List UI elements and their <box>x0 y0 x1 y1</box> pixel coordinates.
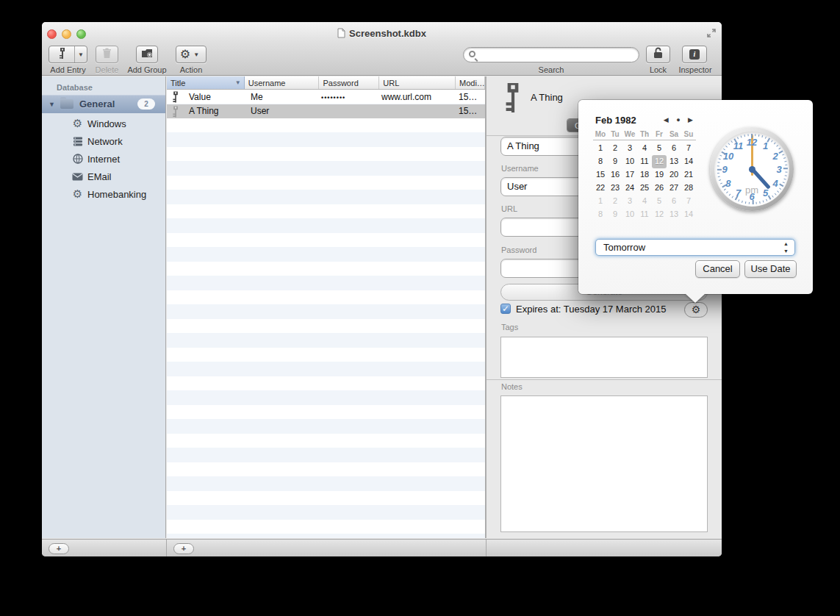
disclosure-triangle-icon[interactable]: ▼ <box>49 101 55 108</box>
calendar-day[interactable]: 9 <box>608 208 622 221</box>
calendar-day[interactable]: 13 <box>667 155 681 168</box>
calendar-day[interactable]: 24 <box>622 182 637 195</box>
window-title: Screenshot.kdbx <box>42 28 722 40</box>
url-label: URL <box>501 204 517 213</box>
calendar-day-selected[interactable]: 12 <box>652 155 667 168</box>
calendar-day[interactable]: 20 <box>667 168 681 182</box>
expire-preset-select[interactable]: Tomorrow ▲▼ <box>595 239 795 256</box>
cell-modified: 15… <box>459 92 477 102</box>
calendar-day[interactable]: 13 <box>667 208 681 221</box>
sidebar-item-label: Homebanking <box>87 189 146 200</box>
calendar-day[interactable]: 2 <box>608 142 622 155</box>
calendar-day[interactable]: 10 <box>622 155 637 168</box>
add-entry-button[interactable]: ▼ <box>49 46 87 63</box>
calendar-day[interactable]: 15 <box>593 168 608 182</box>
calendar-day[interactable]: 8 <box>593 155 608 168</box>
column-header-label: Password <box>323 79 358 87</box>
lock-button[interactable] <box>646 46 670 63</box>
globe-icon <box>72 154 83 165</box>
column-header-label: Title <box>170 79 185 87</box>
calendar-day[interactable]: 21 <box>681 168 696 182</box>
minute-tick <box>772 196 773 198</box>
calendar-day[interactable]: 1 <box>593 195 608 208</box>
calendar-day[interactable]: 3 <box>622 195 637 208</box>
minute-tick <box>771 140 772 142</box>
calendar-day[interactable]: 11 <box>637 155 652 168</box>
calendar-day[interactable]: 12 <box>652 208 667 221</box>
tags-input[interactable] <box>500 337 708 378</box>
calendar-day[interactable]: 27 <box>667 182 681 195</box>
calendar-day[interactable]: 4 <box>637 142 652 155</box>
sidebar-item-homebanking[interactable]: ⚙Homebanking <box>42 185 165 203</box>
calendar-day[interactable]: 28 <box>681 182 696 195</box>
calendar-day[interactable]: 9 <box>608 155 622 168</box>
table-row[interactable]: ValueMe••••••••www.url.com15… <box>167 90 485 104</box>
sidebar-item-windows[interactable]: ⚙Windows <box>42 115 165 132</box>
sidebar-item-email[interactable]: EMail <box>42 168 165 185</box>
clock-numeral: 9 <box>722 164 727 175</box>
calendar-day[interactable]: 16 <box>608 168 622 182</box>
sidebar-group-general[interactable]: ▼ General 2 <box>42 95 165 113</box>
calendar-day[interactable]: 25 <box>637 182 652 195</box>
calendar-day[interactable]: 18 <box>637 168 652 182</box>
calendar-day[interactable]: 7 <box>681 142 696 155</box>
search-input[interactable] <box>463 47 639 62</box>
cell-title: Value <box>189 92 211 102</box>
expires-checkbox[interactable]: ✓ <box>500 304 511 314</box>
use-date-button[interactable]: Use Date <box>744 260 797 278</box>
column-header-modi[interactable]: Modi… <box>456 76 485 89</box>
column-header-url[interactable]: URL <box>379 76 456 89</box>
add-group-footer-button[interactable]: + <box>49 543 69 554</box>
calendar-day[interactable]: 5 <box>652 142 667 155</box>
add-entry-footer-button[interactable]: + <box>173 543 194 554</box>
hour-tick <box>768 195 772 199</box>
calendar-day[interactable]: 14 <box>681 155 696 168</box>
notes-label: Notes <box>501 382 523 391</box>
calendar-day[interactable]: 17 <box>622 168 637 182</box>
table-body[interactable]: ValueMe••••••••www.url.com15…A ThingUser… <box>167 90 485 538</box>
column-header-password[interactable]: Password <box>319 76 379 89</box>
calendar-day[interactable]: 14 <box>681 208 696 221</box>
calendar-day[interactable]: 7 <box>681 195 696 208</box>
calendar-day[interactable]: 3 <box>622 142 637 155</box>
sidebar-item-network[interactable]: Network <box>42 132 165 150</box>
calendar-day[interactable]: 8 <box>593 208 608 221</box>
calendar-day[interactable]: 23 <box>608 182 622 195</box>
column-header-username[interactable]: Username <box>245 76 320 89</box>
calendar-day[interactable]: 26 <box>652 182 667 195</box>
preset-value: Tomorrow <box>603 242 645 253</box>
action-button[interactable]: ⚙ ▼ <box>176 46 207 63</box>
calendar-day[interactable]: 5 <box>652 195 667 208</box>
delete-button[interactable] <box>96 46 118 63</box>
cancel-button[interactable]: Cancel <box>695 260 740 278</box>
calendar-day[interactable]: 19 <box>652 168 667 182</box>
calendar-nav[interactable]: ◀ ● ▶ <box>664 116 696 123</box>
fullscreen-icon[interactable] <box>706 28 717 38</box>
column-header-title[interactable]: Title▼ <box>167 76 245 89</box>
calendar-day[interactable]: 6 <box>667 195 681 208</box>
calendar-day[interactable]: 4 <box>637 195 652 208</box>
calendar-day[interactable]: 11 <box>637 208 652 221</box>
chevron-down-icon[interactable]: ▼ <box>75 51 87 58</box>
add-group-button[interactable] <box>136 46 158 63</box>
calendar-day[interactable]: 2 <box>608 195 622 208</box>
minute-tick <box>718 176 720 177</box>
envelope-icon <box>72 171 83 182</box>
minute-tick <box>719 154 722 156</box>
calendar-grid[interactable]: 1234567891011121314151617181920212223242… <box>593 142 696 221</box>
cell-username: Me <box>251 92 263 102</box>
notes-input[interactable] <box>500 395 708 532</box>
gear-icon: ⚙ <box>180 49 190 60</box>
calendar-day[interactable]: 10 <box>622 208 637 221</box>
table-row[interactable]: A ThingUser15… <box>167 104 485 119</box>
lock-icon <box>653 47 664 62</box>
sidebar-item-internet[interactable]: Internet <box>42 150 165 168</box>
calendar-day[interactable]: 6 <box>667 142 681 155</box>
calendar-day[interactable]: 1 <box>593 142 608 155</box>
gear-icon: ⚙ <box>72 118 83 129</box>
footer-bar: + + <box>42 539 722 556</box>
expires-date-picker-button[interactable]: ⚙ <box>684 302 708 318</box>
cell-username: User <box>251 106 269 116</box>
calendar-day[interactable]: 22 <box>593 182 608 195</box>
inspector-button[interactable]: i <box>682 46 707 63</box>
